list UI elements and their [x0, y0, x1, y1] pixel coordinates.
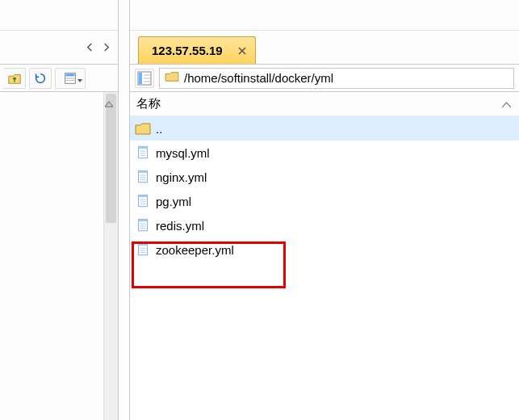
remote-path-text: /home/softinstall/docker/yml	[184, 71, 333, 85]
right-top-spacer	[130, 0, 519, 31]
sort-indicator-icon	[502, 98, 511, 111]
remote-panel: 123.57.55.19	[129, 0, 519, 420]
file-icon	[135, 193, 151, 209]
nav-forward-icon[interactable]	[100, 42, 111, 53]
remote-path-input[interactable]: /home/softinstall/docker/yml	[159, 68, 514, 89]
file-row[interactable]: mysql.yml	[130, 141, 519, 165]
remote-file-list[interactable]: ..mysql.ymlnginx.ymlpg.ymlredis.ymlzooke…	[130, 116, 519, 420]
local-scrollbar[interactable]	[104, 92, 118, 420]
column-name-header[interactable]: 名称	[136, 96, 161, 111]
local-toolbar	[0, 65, 118, 92]
remote-pathbar: /home/softinstall/docker/yml	[130, 65, 519, 92]
chevron-down-icon	[77, 72, 82, 85]
scroll-up-icon[interactable]	[105, 97, 113, 110]
nav-back-icon[interactable]	[84, 42, 95, 53]
svg-rect-5	[139, 73, 142, 84]
file-name-label: ..	[156, 122, 162, 136]
folder-icon	[165, 71, 179, 85]
close-tab-button[interactable]	[237, 46, 247, 56]
session-tab[interactable]: 123.57.55.19	[138, 36, 256, 64]
left-nav-bar	[0, 31, 118, 65]
file-name-label: mysql.yml	[156, 146, 210, 160]
file-name-label: pg.yml	[156, 195, 191, 208]
local-file-list[interactable]	[0, 92, 104, 420]
file-icon	[135, 242, 151, 258]
left-top-spacer	[0, 0, 118, 31]
file-row[interactable]: redis.yml	[130, 213, 519, 237]
file-name-label: redis.yml	[156, 219, 204, 233]
file-name-label: nginx.yml	[156, 170, 207, 184]
view-mode-button[interactable]	[55, 68, 86, 89]
file-icon	[135, 169, 151, 185]
local-panel	[0, 0, 119, 420]
folder-icon	[135, 120, 151, 136]
file-list-header[interactable]: 名称	[130, 92, 519, 116]
file-row[interactable]: nginx.yml	[130, 165, 519, 189]
svg-rect-1	[66, 74, 75, 76]
file-name-label: zookeeper.yml	[156, 243, 234, 257]
file-row[interactable]: pg.yml	[130, 189, 519, 213]
file-icon	[135, 145, 151, 161]
panel-splitter[interactable]	[119, 0, 129, 420]
folder-up-button[interactable]	[3, 68, 26, 89]
layout-columns-button[interactable]	[135, 69, 154, 88]
folder-row[interactable]: ..	[130, 116, 519, 141]
file-row[interactable]: zookeeper.yml	[130, 237, 519, 262]
refresh-button[interactable]	[29, 68, 52, 89]
session-tab-label: 123.57.55.19	[152, 44, 223, 57]
file-icon	[135, 217, 151, 233]
scrollbar-thumb[interactable]	[106, 94, 116, 223]
session-tabbar: 123.57.55.19	[130, 31, 519, 65]
